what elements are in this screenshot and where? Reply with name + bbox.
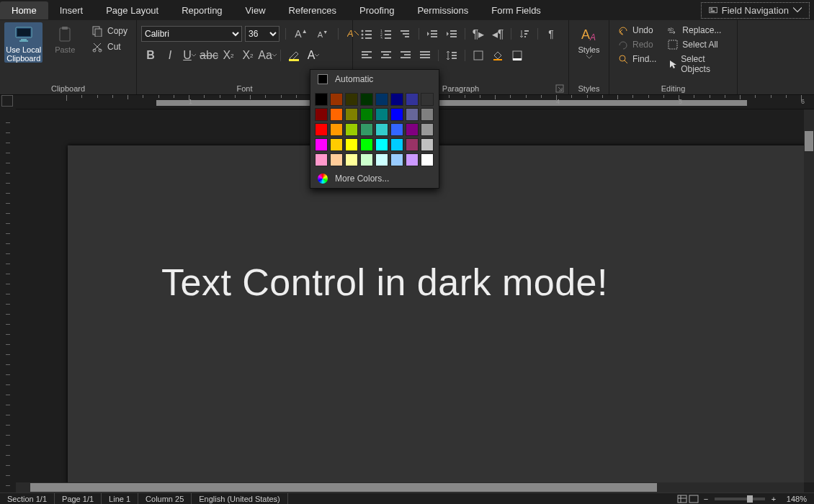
color-swatch[interactable] xyxy=(330,93,343,106)
color-automatic-item[interactable]: Automatic xyxy=(310,70,439,89)
color-swatch[interactable] xyxy=(315,123,328,136)
color-swatch[interactable] xyxy=(360,123,373,136)
multilevel-button[interactable] xyxy=(396,25,415,42)
tab-page-layout[interactable]: Page Layout xyxy=(94,1,170,19)
undo-button[interactable]: Undo xyxy=(614,24,661,37)
justify-button[interactable] xyxy=(416,47,434,64)
zoom-in-button[interactable]: + xyxy=(768,495,779,503)
redo-button[interactable]: Redo xyxy=(614,38,661,51)
view-mode-2-icon[interactable] xyxy=(689,495,700,503)
status-language[interactable]: English (United States) xyxy=(192,493,288,504)
color-swatch[interactable] xyxy=(375,153,388,166)
field-navigation-button[interactable]: Field Navigation xyxy=(701,2,810,19)
tab-proofing[interactable]: Proofing xyxy=(348,1,406,19)
bold-button[interactable]: B xyxy=(141,47,160,64)
align-center-button[interactable] xyxy=(377,47,395,64)
shrink-font-button[interactable]: A▼ xyxy=(313,25,332,42)
grow-font-button[interactable]: A▲ xyxy=(292,25,310,42)
color-swatch[interactable] xyxy=(375,108,388,121)
color-swatch[interactable] xyxy=(421,108,434,121)
font-size-select[interactable]: 36 xyxy=(245,26,279,42)
subscript-button[interactable]: X2 xyxy=(219,47,238,64)
show-marks-button[interactable]: ¶ xyxy=(542,25,560,42)
color-swatch[interactable] xyxy=(345,138,358,151)
tab-home[interactable]: Home xyxy=(0,1,48,19)
color-swatch[interactable] xyxy=(406,123,419,136)
ruler-corner[interactable] xyxy=(1,95,13,107)
color-swatch[interactable] xyxy=(315,153,328,166)
color-swatch[interactable] xyxy=(360,138,373,151)
more-colors-item[interactable]: More Colors... xyxy=(310,169,439,188)
font-family-select[interactable]: Calibri xyxy=(141,26,242,42)
cut-button[interactable]: Cut xyxy=(87,40,132,54)
font-color-button[interactable]: A xyxy=(304,47,323,64)
status-page[interactable]: Page 1/1 xyxy=(55,493,102,504)
dialog-launcher-icon[interactable] xyxy=(555,84,564,93)
vertical-scrollbar[interactable] xyxy=(804,109,814,482)
change-case-button[interactable]: Aa xyxy=(258,47,277,64)
tab-reporting[interactable]: Reporting xyxy=(170,1,233,19)
find-button[interactable]: Find... xyxy=(614,53,661,66)
select-all-button[interactable]: Select All xyxy=(663,38,733,51)
styles-button[interactable]: AA Styles xyxy=(573,22,604,59)
document-text[interactable]: Text Control in dark mode! xyxy=(161,261,608,304)
color-swatch[interactable] xyxy=(345,108,358,121)
status-section[interactable]: Section 1/1 xyxy=(0,493,55,504)
copy-button[interactable]: Copy xyxy=(87,24,132,38)
use-local-clipboard-button[interactable]: Use Local Clipboard xyxy=(4,22,43,63)
frame-button[interactable] xyxy=(508,47,527,64)
document-page[interactable]: Text Control in dark mode! xyxy=(68,145,804,482)
color-swatch[interactable] xyxy=(406,138,419,151)
color-swatch[interactable] xyxy=(390,138,403,151)
paste-button[interactable]: Paste xyxy=(45,22,84,54)
scrollbar-thumb[interactable] xyxy=(30,483,657,492)
color-swatch[interactable] xyxy=(421,123,434,136)
color-swatch[interactable] xyxy=(345,93,358,106)
color-swatch[interactable] xyxy=(406,93,419,106)
zoom-value[interactable]: 148% xyxy=(779,493,814,504)
color-swatch[interactable] xyxy=(360,108,373,121)
tab-insert[interactable]: Insert xyxy=(48,1,95,19)
horizontal-scrollbar[interactable] xyxy=(16,482,804,492)
status-line[interactable]: Line 1 xyxy=(102,493,138,504)
select-objects-button[interactable]: Select Objects xyxy=(663,53,733,76)
color-swatch[interactable] xyxy=(406,108,419,121)
color-swatch[interactable] xyxy=(421,138,434,151)
align-left-button[interactable] xyxy=(357,47,376,64)
color-swatch[interactable] xyxy=(390,93,403,106)
color-swatch[interactable] xyxy=(406,153,419,166)
color-swatch[interactable] xyxy=(375,93,388,106)
sort-button[interactable] xyxy=(515,25,534,42)
shading-button[interactable] xyxy=(488,47,507,64)
outdent-button[interactable] xyxy=(423,25,442,42)
color-swatch[interactable] xyxy=(315,93,328,106)
numbering-button[interactable]: 123 xyxy=(377,25,395,42)
color-swatch[interactable] xyxy=(390,108,403,121)
rtl-button[interactable]: ◂¶ xyxy=(488,25,507,42)
highlight-button[interactable] xyxy=(285,47,303,64)
italic-button[interactable]: I xyxy=(161,47,179,64)
color-swatch[interactable] xyxy=(345,153,358,166)
color-swatch[interactable] xyxy=(421,93,434,106)
ltr-button[interactable]: ¶▸ xyxy=(469,25,488,42)
color-swatch[interactable] xyxy=(390,123,403,136)
tab-view[interactable]: View xyxy=(234,1,277,19)
color-swatch[interactable] xyxy=(390,153,403,166)
ruler-vertical[interactable] xyxy=(0,108,16,482)
underline-button[interactable]: U xyxy=(180,47,199,64)
zoom-out-button[interactable]: − xyxy=(700,495,712,503)
color-swatch[interactable] xyxy=(360,93,373,106)
status-column[interactable]: Column 25 xyxy=(138,493,192,504)
tab-form-fields[interactable]: Form Fields xyxy=(480,1,553,19)
scrollbar-thumb[interactable] xyxy=(805,131,813,151)
borders-button[interactable] xyxy=(469,47,488,64)
superscript-button[interactable]: X2 xyxy=(238,47,257,64)
color-swatch[interactable] xyxy=(375,138,388,151)
color-swatch[interactable] xyxy=(330,153,343,166)
line-spacing-button[interactable] xyxy=(442,47,461,64)
indent-button[interactable] xyxy=(442,25,461,42)
color-swatch[interactable] xyxy=(375,123,388,136)
color-swatch[interactable] xyxy=(330,138,343,151)
color-swatch[interactable] xyxy=(360,153,373,166)
view-mode-1-icon[interactable] xyxy=(677,495,689,503)
